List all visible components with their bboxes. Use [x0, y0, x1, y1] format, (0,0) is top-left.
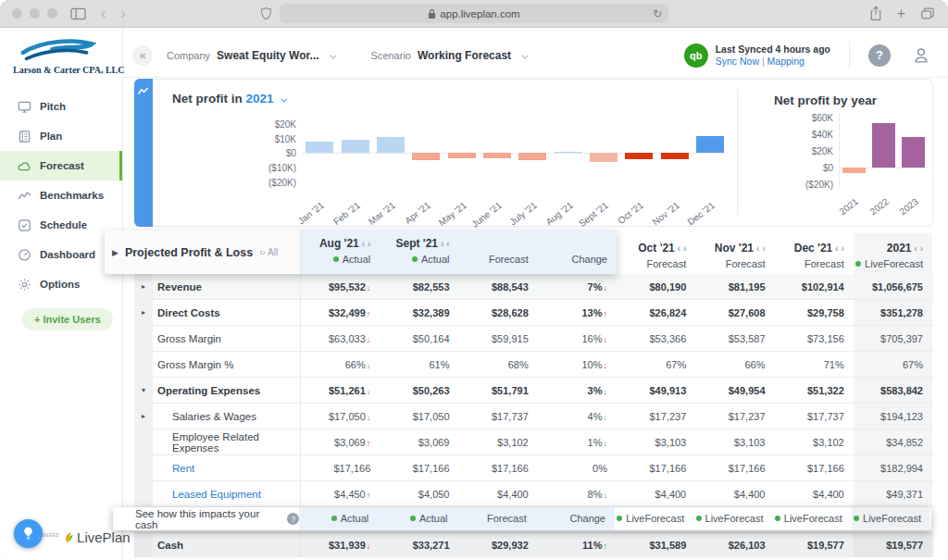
collapse-sidebar-button[interactable]: «: [132, 45, 153, 66]
forward-button[interactable]: ›: [120, 6, 125, 21]
y-axis-tick: $60K: [783, 113, 833, 123]
pl-table-header: ▶ Projected Profit & Loss ‹› All Aug '21…: [134, 233, 933, 274]
y-axis-tick: $0: [246, 148, 296, 158]
y-axis-tick: $40K: [783, 130, 833, 140]
period-range-slider[interactable]: [660, 242, 661, 246]
table-cell: $49,913: [617, 378, 695, 403]
cash-bar-col-actual: Actual: [299, 507, 378, 530]
mapping-link[interactable]: Mapping: [767, 56, 805, 67]
column-header-aug-21: Aug '21‹ ›Actual: [301, 230, 380, 274]
row-expander[interactable]: ▸: [134, 274, 153, 299]
table-cell: 0%: [538, 455, 617, 480]
ledger-icon: [18, 130, 31, 143]
help-bulb-button[interactable]: [14, 519, 43, 548]
tab-overview-icon[interactable]: [920, 6, 935, 20]
chart-tab-bar[interactable]: [134, 79, 153, 227]
back-button[interactable]: ‹: [101, 6, 106, 21]
sidebar-item-plan[interactable]: Plan: [0, 121, 122, 151]
window-controls[interactable]: [12, 8, 57, 19]
period-nav-arrows[interactable]: ‹ ›: [915, 243, 923, 254]
share-icon[interactable]: [869, 6, 882, 21]
period-nav-arrows[interactable]: ‹ ›: [756, 243, 765, 254]
table-cell: 16%↓: [538, 326, 617, 351]
help-button[interactable]: ?: [868, 44, 891, 67]
column-sub-label: Forecast: [775, 258, 844, 269]
change-arrow-icon: ↑: [604, 309, 608, 318]
sidebar-item-forecast[interactable]: Forecast: [0, 151, 122, 180]
row-label[interactable]: Rent: [153, 455, 301, 480]
chart-year-dropdown[interactable]: 2021: [246, 92, 274, 106]
chart-bar: [661, 153, 689, 159]
sidebar-item-options[interactable]: Options: [0, 269, 122, 299]
table-cell: $95,532↓: [301, 274, 380, 299]
table-cell: $73,156: [775, 326, 854, 351]
browser-toolbar: ‹ › app.liveplan.com ↻ +: [0, 0, 948, 28]
zoom-window-button[interactable]: [47, 8, 57, 19]
table-cell: $17,737: [775, 404, 854, 429]
expand-all-toggle[interactable]: ‹› All: [259, 247, 278, 257]
table-cell: 11%↑: [538, 533, 617, 557]
sidebar-item-label: Dashboard: [40, 249, 95, 260]
scenario-selector[interactable]: Scenario Working Forecast: [371, 49, 527, 62]
quickbooks-icon[interactable]: qb: [684, 44, 708, 68]
chevron-down-icon: [521, 52, 528, 58]
column-header-change: Change: [538, 230, 617, 274]
period-nav-arrows[interactable]: ‹ ›: [678, 243, 686, 254]
y-axis-tick: $20K: [783, 146, 833, 156]
table-cell: 61%: [380, 352, 458, 377]
table-cell: $32,499↑: [301, 300, 380, 325]
app-window: ‹ › app.liveplan.com ↻ +: [0, 0, 948, 560]
net-profit-by-year-title: Net profit by year: [774, 93, 877, 107]
close-window-button[interactable]: [12, 8, 22, 19]
row-expander[interactable]: ▾: [134, 378, 153, 403]
table-cell: $182,994: [854, 455, 932, 480]
sync-now-link[interactable]: Sync Now: [716, 56, 759, 67]
table-cell: 13%↑: [538, 300, 617, 325]
table-cell: $51,261↓: [301, 378, 380, 403]
change-arrow-icon: ↓: [367, 283, 371, 292]
reload-icon[interactable]: ↻: [653, 7, 662, 20]
user-account-icon[interactable]: [911, 45, 931, 66]
privacy-shield-icon[interactable]: [260, 6, 272, 20]
sidebar-toggle-icon[interactable]: [70, 7, 86, 20]
address-bar[interactable]: app.liveplan.com ↻: [280, 4, 668, 23]
cash-help-icon[interactable]: ?: [287, 513, 299, 525]
period-nav-arrows[interactable]: ‹ ›: [835, 243, 843, 254]
row-label: Cash: [153, 533, 301, 557]
chart-bar: [902, 137, 925, 168]
change-arrow-icon: ↑: [367, 309, 371, 318]
scenario-label: Scenario: [371, 50, 411, 61]
table-cell: 68%: [459, 352, 538, 377]
change-arrow-icon: ↑: [367, 439, 371, 448]
table-cell: $3,102: [459, 429, 538, 454]
period-nav-arrows[interactable]: › ‹: [441, 239, 449, 249]
row-expander[interactable]: ▸: [134, 300, 153, 325]
column-sub-label: Forecast: [617, 258, 686, 269]
change-arrow-icon: ↓: [604, 413, 608, 422]
chevron-down-icon[interactable]: [281, 96, 288, 103]
green-dot-icon: [854, 516, 859, 521]
table-cell: $705,397: [854, 326, 932, 351]
company-selector[interactable]: Company Sweat Equity Wor...: [167, 49, 334, 62]
chart-bar: [625, 153, 653, 159]
new-tab-icon[interactable]: +: [897, 6, 905, 21]
invite-users-button[interactable]: + Invite Users: [22, 308, 113, 330]
row-label[interactable]: Leased Equipment: [153, 481, 301, 506]
row-expander: [134, 352, 153, 377]
url-text: app.liveplan.com: [440, 8, 519, 19]
gauge-icon: [18, 248, 31, 262]
panel-expander-icon[interactable]: ▶: [112, 248, 118, 257]
minimize-window-button[interactable]: [30, 8, 40, 19]
table-cell: $51,322: [775, 378, 854, 403]
table-cell: $17,166: [301, 455, 380, 480]
sidebar-item-pitch[interactable]: Pitch: [0, 92, 122, 121]
column-sub-label: Change: [538, 254, 607, 265]
table-cell: 71%: [775, 352, 854, 377]
card-divider: [737, 89, 738, 215]
row-expander[interactable]: ▸: [134, 404, 153, 429]
table-cell: 3%↓: [538, 378, 617, 403]
sidebar-item-benchmarks[interactable]: Benchmarks: [0, 180, 122, 210]
green-dot-icon: [775, 516, 780, 521]
period-nav-arrows[interactable]: ‹ ›: [362, 239, 370, 249]
sidebar-item-label: Forecast: [40, 160, 84, 171]
